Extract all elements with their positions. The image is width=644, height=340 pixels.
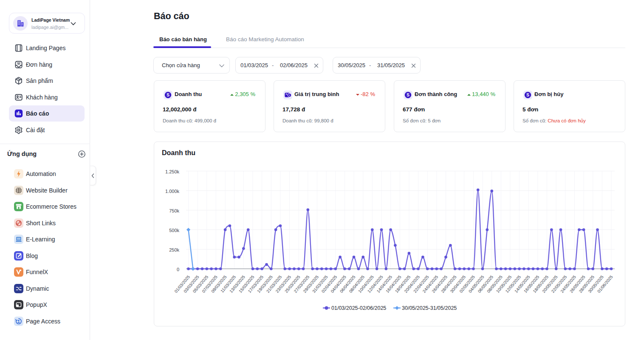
svg-text:01/03/2025-02/06/2025: 01/03/2025-02/06/2025 [331, 305, 386, 311]
svg-text:1.250k: 1.250k [165, 169, 180, 174]
svg-text:250k: 250k [169, 247, 179, 252]
svg-text:750k: 750k [169, 208, 179, 213]
svg-text:S: S [407, 92, 410, 97]
svg-text:1.000k: 1.000k [165, 189, 180, 194]
svg-text:0: 0 [177, 267, 179, 272]
svg-text:S: S [167, 92, 169, 97]
svg-text:500k: 500k [169, 228, 179, 233]
svg-text:30/05/2025-31/05/2025: 30/05/2025-31/05/2025 [402, 305, 457, 311]
svg-text:S: S [526, 92, 529, 97]
